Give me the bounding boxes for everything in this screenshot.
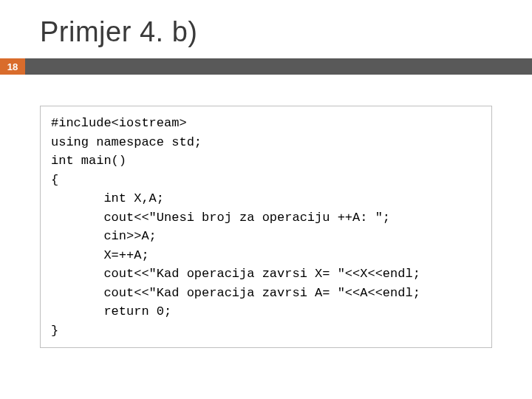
header-bar: 18 (0, 58, 532, 75)
code-block: #include<iostream> using namespace std; … (40, 106, 492, 348)
slide-title: Primjer 4. b) (0, 0, 532, 58)
header-bar-fill (25, 58, 532, 75)
page-number-badge: 18 (0, 58, 25, 75)
slide: Primjer 4. b) 18 #include<iostream> usin… (0, 0, 532, 399)
